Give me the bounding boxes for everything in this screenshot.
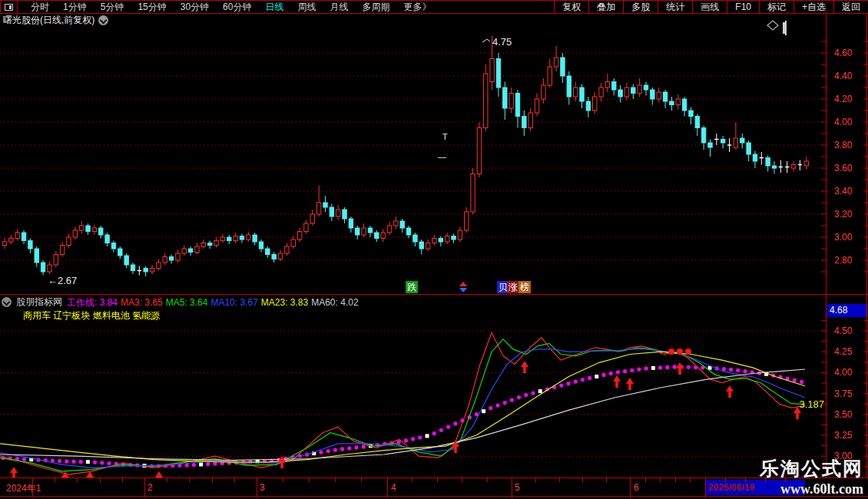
week-tick <box>690 478 691 482</box>
svg-text:T: T <box>442 132 448 141</box>
month-label: 4 <box>391 482 396 493</box>
week-tick <box>335 478 336 482</box>
svg-text:—: — <box>438 152 446 161</box>
week-tick <box>725 478 726 482</box>
watermark: 乐淘公式网 www.60lt.com <box>760 456 863 497</box>
month-divider <box>512 478 512 496</box>
month-divider <box>630 478 631 496</box>
week-tick <box>559 478 560 482</box>
watermark-url: www.60lt.com <box>760 481 863 497</box>
watermark-site-name: 乐淘公式网 <box>760 456 863 481</box>
month-divider <box>257 478 257 496</box>
week-tick <box>189 478 190 482</box>
week-tick <box>645 478 646 482</box>
week-tick <box>212 478 213 482</box>
toolbar-button-返回[interactable]: 返回 <box>833 1 868 13</box>
month-label: 5 <box>515 482 520 493</box>
badge-die[interactable]: 跌 <box>406 281 418 293</box>
month-divider <box>387 478 388 496</box>
week-tick <box>437 478 438 482</box>
badge-zhang[interactable]: 涨 <box>507 281 519 293</box>
svg-text:4.75: 4.75 <box>492 36 512 48</box>
time-axis: 2025/06/19 2024年123456 <box>0 478 868 497</box>
main-candlestick-chart[interactable]: 4.75←2.67T— <box>0 0 827 295</box>
indicator-chart[interactable]: ←3.187 <box>0 295 827 478</box>
badge-bang[interactable]: 榜 <box>518 281 531 293</box>
month-label: 3 <box>260 482 265 493</box>
week-tick <box>412 478 412 482</box>
week-tick <box>535 478 536 482</box>
week-tick <box>606 478 607 482</box>
week-tick <box>77 478 78 482</box>
svg-text:←2.67: ←2.67 <box>48 275 77 286</box>
svg-text:←: ← <box>658 346 668 358</box>
week-tick <box>487 478 488 482</box>
week-tick <box>55 478 55 482</box>
week-tick <box>462 478 462 482</box>
panel-axis-ticks <box>821 295 868 478</box>
week-tick <box>122 478 123 482</box>
main-axis-ticks <box>821 14 868 295</box>
week-tick <box>100 478 101 482</box>
week-tick <box>167 478 167 482</box>
week-tick <box>660 478 661 482</box>
week-tick <box>582 478 583 482</box>
month-divider <box>32 478 33 496</box>
week-tick <box>675 478 676 482</box>
month-label: 2 <box>147 482 153 493</box>
updown-arrows-icon[interactable] <box>459 282 468 292</box>
month-divider <box>144 478 145 496</box>
week-tick <box>361 478 362 482</box>
month-divider <box>705 478 706 496</box>
week-tick <box>234 478 235 482</box>
week-tick <box>745 478 746 482</box>
month-label: 6 <box>634 482 639 493</box>
week-tick <box>309 478 310 482</box>
week-tick <box>283 478 283 482</box>
month-label: 2024年1 <box>6 482 41 495</box>
